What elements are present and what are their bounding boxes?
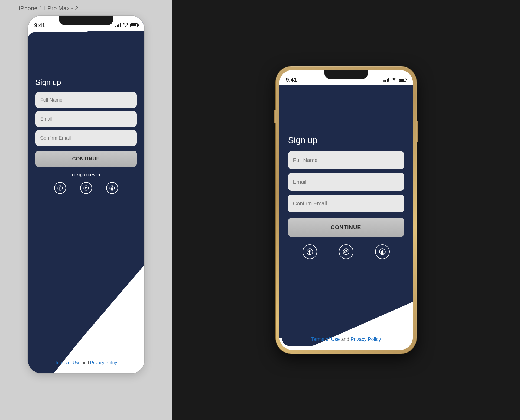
status-icons-left — [115, 23, 138, 28]
right-panel: 9:41 — [172, 0, 520, 420]
confirm-email-input-right[interactable] — [288, 195, 404, 212]
form-right: Sign up CONTINUE — [280, 135, 413, 259]
simulator-label: iPhone 11 Pro Max - 2 — [19, 5, 78, 12]
left-simulator-panel: iPhone 11 Pro Max - 2 9:41 — [0, 0, 172, 420]
or-text-left: or sign up with — [35, 172, 137, 177]
continue-button-right[interactable]: CONTINUE — [288, 218, 404, 237]
fullname-input-left[interactable] — [35, 92, 137, 108]
terms-bar-left: Terms of Use and Privacy Policy — [28, 360, 144, 365]
notch-right — [324, 70, 368, 79]
wifi-icon-left — [123, 23, 128, 28]
wifi-icon-right — [392, 77, 396, 82]
battery-icon-left — [130, 23, 138, 27]
screen-right: Sign up CONTINUE — [280, 70, 413, 350]
terms-bar-right: Terms of Use and Privacy Policy — [280, 337, 413, 342]
navy-shape-left — [28, 16, 144, 373]
apple-icon-left[interactable] — [106, 182, 118, 194]
signup-title-left: Sign up — [35, 78, 137, 87]
screen-left: Sign up CONTINUE or sign up with — [28, 16, 144, 373]
email-input-left[interactable] — [35, 111, 137, 127]
terms-link-left[interactable]: Terms of Use — [55, 360, 80, 365]
fullname-input-right[interactable] — [288, 151, 404, 169]
status-icons-right — [384, 77, 406, 82]
email-input-right[interactable] — [288, 173, 404, 191]
apple-icon-right[interactable] — [375, 244, 390, 259]
signal-icon-right — [384, 78, 389, 82]
google-icon-left[interactable] — [80, 182, 92, 194]
phone-right-outer-frame: 9:41 — [276, 66, 417, 354]
privacy-link-left[interactable]: Privacy Policy — [90, 360, 117, 365]
terms-connector-right: and — [341, 337, 350, 342]
signal-icon-left — [115, 23, 121, 27]
status-time-right: 9:41 — [286, 77, 297, 83]
signup-title-right: Sign up — [288, 135, 404, 145]
battery-icon-right — [399, 78, 406, 82]
social-icons-right-group — [288, 244, 404, 259]
terms-connector-left: and — [82, 360, 90, 365]
facebook-icon-left[interactable] — [54, 182, 66, 194]
facebook-icon-right[interactable] — [303, 244, 317, 259]
form-left: Sign up CONTINUE or sign up with — [28, 78, 144, 194]
continue-button-left[interactable]: CONTINUE — [35, 151, 137, 167]
terms-link-right[interactable]: Terms of Use — [311, 337, 340, 342]
google-icon-right[interactable] — [339, 244, 353, 259]
phone-left-frame: 9:41 — [28, 16, 144, 373]
confirm-email-input-left[interactable] — [35, 130, 137, 146]
privacy-link-right[interactable]: Privacy Policy — [351, 337, 381, 342]
phone-right-frame: 9:41 — [280, 70, 413, 350]
social-icons-left — [35, 182, 137, 194]
status-time-left: 9:41 — [34, 22, 45, 28]
notch-left — [59, 16, 113, 25]
